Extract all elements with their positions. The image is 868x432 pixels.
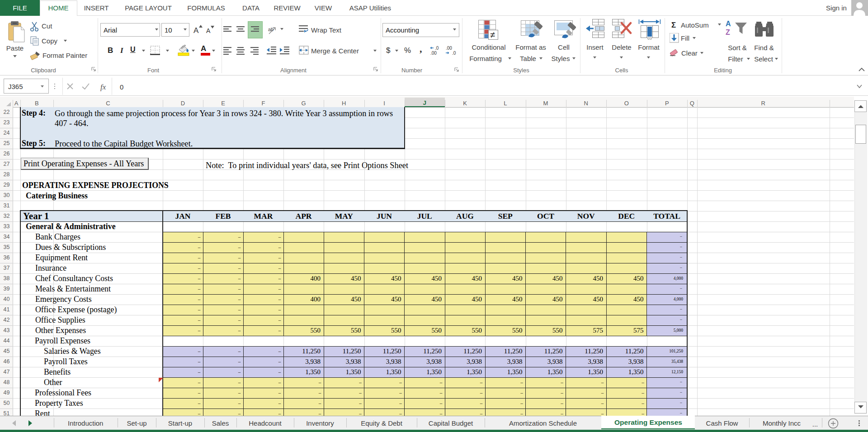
svg-text:ab: ab xyxy=(268,27,274,32)
svg-text:≠: ≠ xyxy=(490,30,495,40)
